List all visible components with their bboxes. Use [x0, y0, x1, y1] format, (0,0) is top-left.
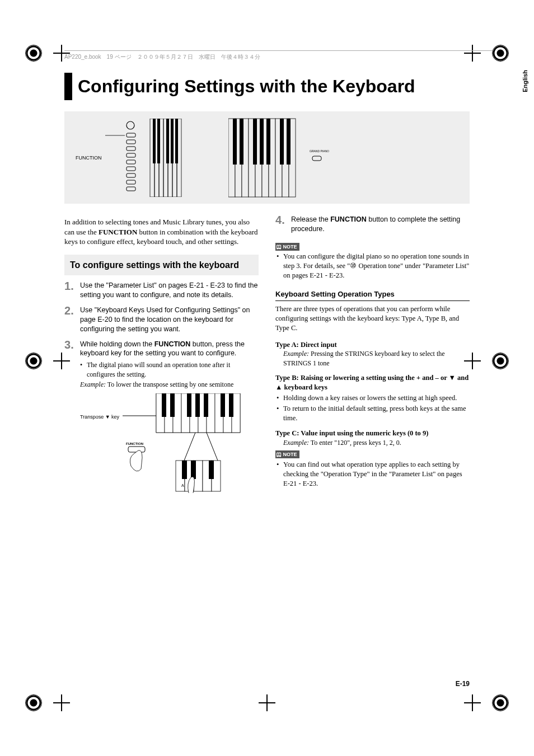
svg-rect-35	[240, 119, 243, 165]
types-intro: There are three types of operations that…	[275, 304, 470, 333]
svg-rect-22	[171, 119, 174, 163]
svg-rect-73	[209, 461, 214, 479]
type-b-head: Type B: Raising or lowering a setting us…	[275, 373, 470, 392]
svg-rect-71	[182, 461, 187, 479]
step-3: While holding down the FUNCTION button, …	[64, 340, 259, 494]
svg-rect-72	[191, 461, 196, 479]
step-1: Use the "Parameter List" on pages E-21 -…	[64, 281, 259, 300]
type-c-head: Type C: Value input using the numeric ke…	[275, 429, 470, 438]
svg-rect-36	[253, 119, 257, 165]
svg-rect-62	[128, 447, 145, 452]
keyboard-top-icon: GRAND PIANO	[228, 116, 340, 200]
svg-rect-56	[187, 393, 191, 417]
step-3-bullet: The digital piano will sound an operatio…	[80, 360, 259, 378]
type-a-example-label: Example:	[283, 350, 309, 358]
type-c-example-label: Example:	[283, 439, 309, 447]
type-b-bullet-2: To return to the initial default setting…	[275, 404, 470, 423]
transpose-diagram-icon: FUNCTION	[123, 393, 246, 494]
note-1-text: You can configure the digital piano so n…	[275, 252, 470, 280]
function-label: FUNCTION	[76, 155, 102, 161]
title-accent	[64, 73, 72, 100]
steps-list-cont: Release the FUNCTION button to complete …	[275, 215, 470, 234]
svg-rect-23	[175, 119, 178, 163]
svg-rect-40	[287, 119, 291, 165]
svg-rect-57	[195, 393, 200, 417]
header-meta: AP220_e.book 19 ページ ２００９年５月２７日 水曜日 午後４時３…	[64, 53, 260, 61]
type-a-head: Type A: Direct input	[275, 340, 470, 350]
svg-rect-19	[153, 119, 156, 163]
type-b-bullet-1: Holding down a key raises or lowers the …	[275, 393, 470, 403]
left-column: In addition to selecting tones and Music…	[64, 215, 259, 500]
step-1-text: Use the "Parameter List" on pages E-21 -…	[80, 281, 257, 299]
svg-rect-20	[157, 119, 160, 163]
intro-paragraph: In addition to selecting tones and Music…	[64, 217, 259, 247]
step-2-text: Use "Keyboard Keys Used for Configuring …	[80, 306, 250, 333]
note-2-text: You can find out what operation type app…	[275, 460, 470, 489]
svg-rect-39	[280, 119, 284, 165]
svg-rect-21	[166, 119, 169, 163]
svg-text:FUNCTION: FUNCTION	[126, 442, 143, 445]
page-title-bar: Configuring Settings with the Keyboard	[64, 73, 470, 100]
language-tab: English	[522, 70, 528, 92]
page-number: E-19	[456, 680, 470, 688]
type-c-example: To enter "120", press keys 1, 2, 0.	[311, 439, 401, 447]
page-title: Configuring Settings with the Keyboard	[78, 73, 415, 100]
svg-rect-41	[312, 156, 321, 161]
svg-line-65	[207, 433, 218, 461]
svg-rect-59	[221, 393, 225, 417]
step-4: Release the FUNCTION button to complete …	[275, 215, 470, 234]
section-header: To configure settings with the keyboard	[64, 255, 259, 276]
step-2: Use "Keyboard Keys Used for Configuring …	[64, 306, 259, 334]
svg-rect-37	[260, 119, 264, 165]
svg-rect-34	[233, 119, 237, 165]
right-column: Release the FUNCTION button to complete …	[275, 215, 470, 500]
svg-line-64	[184, 433, 195, 461]
svg-text:GRAND PIANO: GRAND PIANO	[310, 149, 329, 153]
note-badge-2: NOTE	[275, 450, 299, 458]
steps-list: Use the "Parameter List" on pages E-21 -…	[64, 281, 259, 494]
header-rule	[64, 50, 492, 51]
step-3-example-label: Example:	[80, 381, 106, 388]
note-badge-1: NOTE	[275, 243, 299, 251]
top-diagram-panel: FUNCTION	[64, 111, 470, 204]
svg-rect-58	[204, 393, 208, 417]
operation-types-subhead: Keyboard Setting Operation Types	[275, 289, 470, 302]
svg-text:A: A	[181, 483, 184, 487]
step-3-example-text: To lower the transpose setting by one se…	[107, 381, 233, 388]
transpose-key-label: Transpose ▼ key	[80, 414, 119, 420]
svg-rect-54	[162, 393, 166, 417]
svg-rect-38	[266, 119, 270, 165]
control-panel-icon	[105, 119, 184, 197]
svg-rect-60	[229, 393, 233, 417]
svg-rect-55	[170, 393, 175, 417]
